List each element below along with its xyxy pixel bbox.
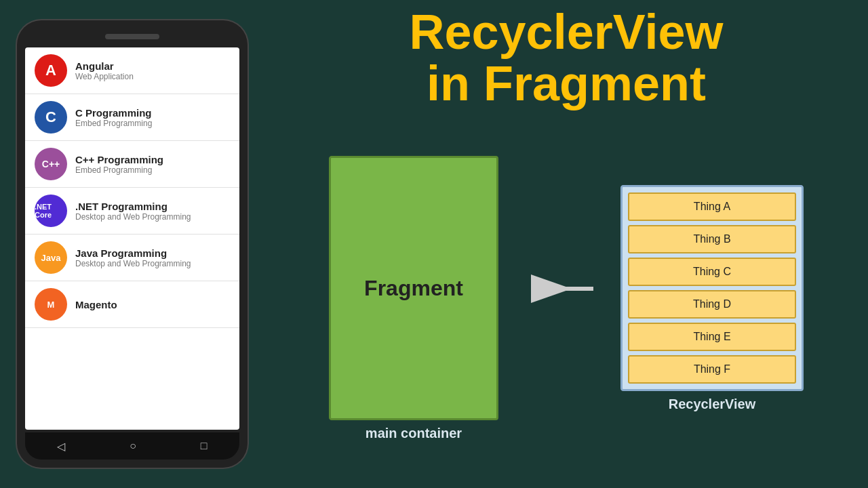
recyclerview-container: Thing AThing BThing CThing DThing EThing… bbox=[620, 185, 804, 412]
app-text-cpp: C++ ProgrammingEmbed Programming bbox=[75, 154, 163, 175]
thing-item-4[interactable]: Thing E bbox=[628, 323, 796, 351]
app-text-c: C ProgrammingEmbed Programming bbox=[75, 107, 152, 128]
fragment-label: Fragment bbox=[364, 276, 463, 301]
home-button[interactable]: ○ bbox=[130, 440, 136, 452]
phone-screen: AAngularWeb ApplicationCC ProgrammingEmb… bbox=[25, 47, 239, 430]
phone-mockup: AAngularWeb ApplicationCC ProgrammingEmb… bbox=[17, 20, 248, 468]
thing-item-1[interactable]: Thing B bbox=[628, 225, 796, 253]
app-subtitle-c: Embed Programming bbox=[75, 119, 152, 128]
app-subtitle-java: Desktop and Web Programming bbox=[75, 259, 191, 268]
main-title: RecyclerView in Fragment bbox=[278, 7, 854, 109]
title-line2: in Fragment bbox=[278, 58, 854, 110]
phone-section: AAngularWeb ApplicationCC ProgrammingEmb… bbox=[0, 0, 264, 488]
title-area: RecyclerView in Fragment bbox=[278, 7, 854, 109]
recyclerview-box: Thing AThing BThing CThing DThing EThing… bbox=[620, 185, 804, 391]
app-item-cpp[interactable]: C++C++ ProgrammingEmbed Programming bbox=[25, 141, 239, 188]
app-item-net[interactable]: .NET Core.NET ProgrammingDesktop and Web… bbox=[25, 188, 239, 235]
back-button[interactable]: ◁ bbox=[57, 440, 65, 453]
app-icon-cpp: C++ bbox=[35, 148, 67, 180]
arrow-container bbox=[519, 272, 600, 306]
app-icon-net: .NET Core bbox=[35, 195, 67, 227]
app-title-net: .NET Programming bbox=[75, 201, 191, 212]
app-text-net: .NET ProgrammingDesktop and Web Programm… bbox=[75, 201, 191, 222]
app-subtitle-net: Desktop and Web Programming bbox=[75, 212, 191, 222]
thing-item-5[interactable]: Thing F bbox=[628, 355, 796, 384]
arrow-icon bbox=[519, 272, 600, 306]
app-title-angular: Angular bbox=[75, 60, 134, 72]
app-text-java: Java ProgrammingDesktop and Web Programm… bbox=[75, 247, 191, 268]
app-icon-magento: M bbox=[35, 288, 67, 321]
phone-speaker bbox=[105, 34, 159, 39]
app-subtitle-angular: Web Application bbox=[75, 72, 134, 81]
diagram-area: Fragment main container Thing AThing BTh… bbox=[278, 116, 854, 481]
app-list: AAngularWeb ApplicationCC ProgrammingEmb… bbox=[25, 47, 239, 328]
app-item-magento[interactable]: MMagento bbox=[25, 281, 239, 328]
app-text-angular: AngularWeb Application bbox=[75, 60, 134, 81]
thing-item-0[interactable]: Thing A bbox=[628, 192, 796, 221]
app-title-java: Java Programming bbox=[75, 247, 191, 259]
phone-top bbox=[25, 28, 239, 45]
app-icon-angular: A bbox=[35, 54, 67, 87]
fragment-container: Fragment main container bbox=[329, 156, 498, 441]
app-subtitle-cpp: Embed Programming bbox=[75, 165, 163, 175]
thing-item-2[interactable]: Thing C bbox=[628, 258, 796, 286]
content-section: RecyclerView in Fragment Fragment main c… bbox=[264, 0, 868, 488]
app-title-cpp: C++ Programming bbox=[75, 154, 163, 165]
app-title-magento: Magento bbox=[75, 299, 117, 310]
app-item-angular[interactable]: AAngularWeb Application bbox=[25, 47, 239, 94]
phone-nav-bar: ◁ ○ □ bbox=[25, 432, 239, 460]
recyclerview-caption: RecyclerView bbox=[669, 396, 756, 412]
app-item-c[interactable]: CC ProgrammingEmbed Programming bbox=[25, 94, 239, 141]
app-text-magento: Magento bbox=[75, 299, 117, 310]
fragment-box: Fragment bbox=[329, 156, 498, 420]
app-title-c: C Programming bbox=[75, 107, 152, 119]
fragment-caption: main container bbox=[366, 426, 462, 441]
app-icon-java: Java bbox=[35, 241, 67, 274]
app-icon-c: C bbox=[35, 101, 67, 134]
app-item-java[interactable]: JavaJava ProgrammingDesktop and Web Prog… bbox=[25, 235, 239, 281]
thing-item-3[interactable]: Thing D bbox=[628, 290, 796, 319]
recent-button[interactable]: □ bbox=[201, 440, 208, 452]
title-line1: RecyclerView bbox=[278, 7, 854, 58]
